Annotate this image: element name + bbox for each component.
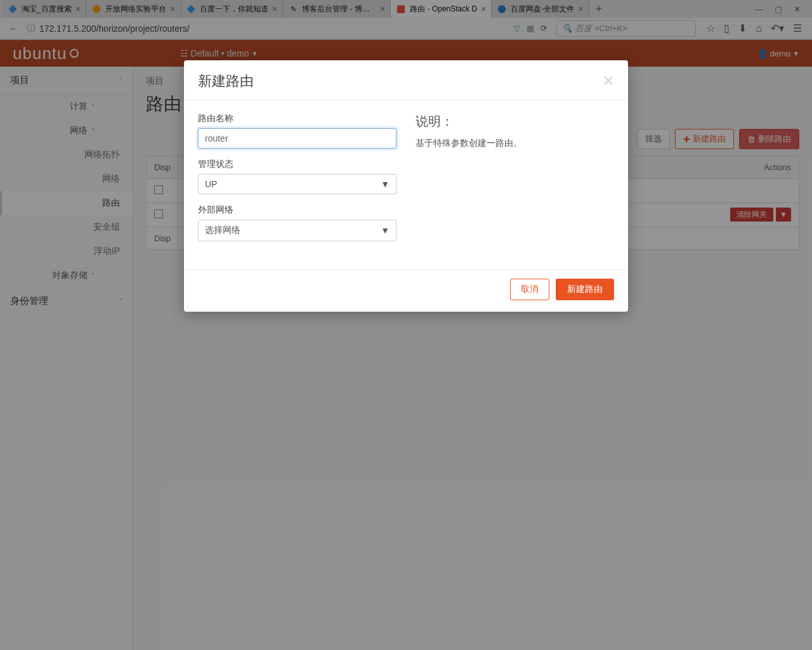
admin-state-select[interactable]: UP▼ [198,174,396,194]
submit-button[interactable]: 新建路由 [556,279,614,300]
admin-state-label: 管理状态 [198,159,396,170]
external-network-select[interactable]: 选择网络▼ [198,220,396,241]
close-icon[interactable]: ✕ [603,73,614,90]
modal-title: 新建路由 [198,72,254,91]
create-router-modal: 新建路由 ✕ 路由名称 管理状态 UP▼ 外部网络 选择网络▼ 说明： [184,60,628,312]
chevron-down-icon: ▼ [381,225,390,235]
description-text: 基于特殊参数创建一路由。 [416,138,614,149]
router-name-label: 路由名称 [198,113,396,124]
modal-overlay[interactable]: 新建路由 ✕ 路由名称 管理状态 UP▼ 外部网络 选择网络▼ 说明： [0,0,812,650]
description-title: 说明： [416,113,614,130]
cancel-button[interactable]: 取消 [510,279,549,300]
external-network-label: 外部网络 [198,204,396,216]
chevron-down-icon: ▼ [381,179,390,189]
router-name-input[interactable] [198,128,396,149]
